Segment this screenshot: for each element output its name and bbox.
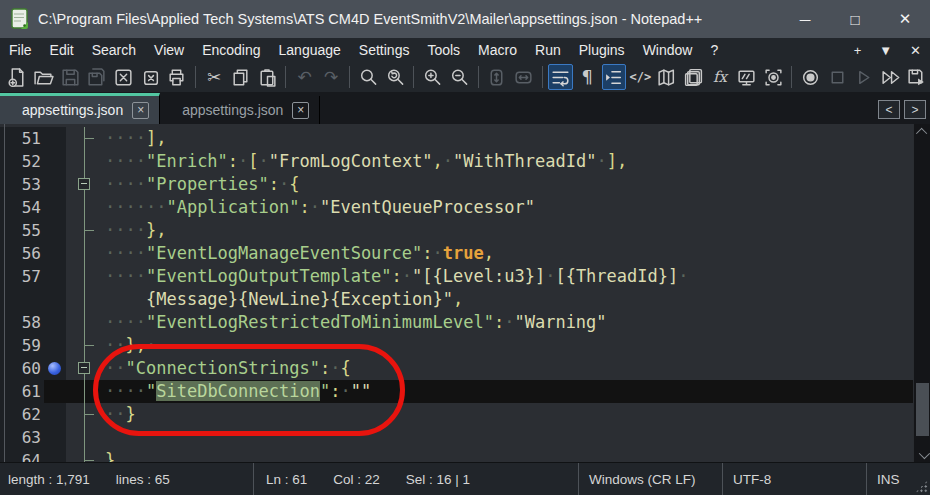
menu-item-file[interactable]: File (0, 40, 41, 60)
view-in-browser-icon[interactable] (761, 64, 786, 90)
cut-icon[interactable]: ✂ (202, 64, 227, 90)
replace-icon[interactable] (383, 64, 408, 90)
editor-line-52[interactable]: 52····"Enrich":·[·"FromLogContext",·"Wit… (0, 150, 913, 173)
fold-margin[interactable] (66, 242, 95, 265)
menu-item-[interactable]: ? (701, 40, 727, 60)
tab-list-dropdown-icon[interactable]: ▼ (870, 43, 901, 58)
editor-line-55[interactable]: 55····}, (0, 219, 913, 242)
menu-item-language[interactable]: Language (270, 40, 350, 60)
close-file-icon[interactable] (111, 64, 136, 90)
code-area[interactable]: 51····],52····"Enrich":·[·"FromLogContex… (0, 124, 913, 462)
minimize-button[interactable]: ─ (780, 0, 830, 38)
editor-line-54[interactable]: 54······"Application":·"EventQueueProces… (0, 196, 913, 219)
bookmark-margin[interactable] (44, 127, 66, 150)
close-all-icon[interactable] (138, 64, 163, 90)
maximize-button[interactable]: □ (830, 0, 880, 38)
close-tab-icon[interactable]: ✕ (901, 43, 930, 58)
new-tab-plus-icon[interactable]: + (845, 43, 871, 58)
save-all-icon[interactable] (85, 64, 110, 90)
bookmark-margin[interactable] (44, 196, 66, 219)
bookmark-margin[interactable] (44, 449, 66, 462)
bookmark-margin[interactable] (44, 150, 66, 173)
fold-margin[interactable] (66, 127, 95, 150)
paste-icon[interactable] (255, 64, 280, 90)
bookmark-margin[interactable] (44, 426, 66, 449)
editor-line-53[interactable]: 53····"Properties":·{ (0, 173, 913, 196)
bookmark-margin[interactable] (44, 173, 66, 196)
undo-icon[interactable]: ↶ (292, 64, 317, 90)
function-list-icon[interactable]: fx (708, 64, 733, 90)
editor-line-wrap[interactable]: ····{Message}{NewLine}{Exception}", (0, 288, 913, 311)
menu-item-encoding[interactable]: Encoding (193, 40, 269, 60)
new-file-icon[interactable] (5, 64, 30, 90)
tab-appsettings-json[interactable]: appsettings.json× (0, 93, 160, 124)
fold-collapse-icon[interactable] (78, 178, 90, 190)
fold-margin[interactable] (66, 265, 95, 288)
open-file-icon[interactable] (32, 64, 57, 90)
copy-icon[interactable] (228, 64, 253, 90)
fold-margin[interactable] (66, 311, 95, 334)
fold-margin[interactable] (66, 357, 95, 380)
bookmark-margin[interactable] (44, 242, 66, 265)
fold-margin[interactable] (66, 173, 95, 196)
scrollbar-thumb[interactable] (916, 383, 929, 436)
fold-margin[interactable] (66, 426, 95, 449)
editor-line-63[interactable]: 63 (0, 426, 913, 449)
word-wrap-icon[interactable] (548, 64, 573, 90)
status-eol-format[interactable]: Windows (CR LF) (589, 472, 696, 487)
bookmark-margin[interactable] (44, 219, 66, 242)
indent-guide-icon[interactable] (602, 64, 627, 90)
zoom-in-icon[interactable] (420, 64, 445, 90)
editor-line-62[interactable]: 62··} (0, 403, 913, 426)
menu-item-view[interactable]: View (145, 40, 193, 60)
menu-item-run[interactable]: Run (526, 40, 570, 60)
bookmark-margin[interactable] (44, 311, 66, 334)
editor-line-60[interactable]: 60··"ConnectionStrings":·{ (0, 357, 913, 380)
stop-macro-icon[interactable] (825, 64, 850, 90)
show-all-characters-icon[interactable]: ¶ (575, 64, 600, 90)
menu-item-edit[interactable]: Edit (41, 40, 83, 60)
fold-margin[interactable] (66, 403, 95, 426)
menu-item-tools[interactable]: Tools (418, 40, 469, 60)
editor-line-64[interactable]: 64} (0, 449, 913, 462)
print-icon[interactable] (164, 64, 189, 90)
zoom-out-icon[interactable] (447, 64, 472, 90)
fold-margin[interactable] (66, 380, 95, 403)
fold-margin[interactable] (66, 288, 95, 311)
editor-line-51[interactable]: 51····], (0, 127, 913, 150)
editor-line-56[interactable]: 56····"EventLogManageEventSource":·true, (0, 242, 913, 265)
editor-pane[interactable]: 51····],52····"Enrich":·[·"FromLogContex… (0, 124, 930, 462)
menu-item-window[interactable]: Window (634, 40, 702, 60)
close-button[interactable]: ✕ (880, 0, 930, 38)
editor-line-57[interactable]: 57····"EventLogOutputTemplate":·"[{Level… (0, 265, 913, 288)
editor-line-58[interactable]: 58····"EventLogRestrictedToMinimumLevel"… (0, 311, 913, 334)
bookmark-margin[interactable] (44, 380, 66, 403)
fold-margin[interactable] (66, 219, 95, 242)
document-map-icon[interactable] (655, 64, 680, 90)
fold-margin[interactable] (66, 334, 95, 357)
status-insert-mode[interactable]: INS (877, 472, 900, 487)
status-encoding[interactable]: UTF-8 (733, 472, 771, 487)
fold-margin[interactable] (66, 449, 95, 462)
run-macro-multiple-icon[interactable] (878, 64, 903, 90)
tab-appsettings-json[interactable]: appsettings.json× (160, 96, 320, 124)
bookmark-margin[interactable] (44, 357, 66, 380)
fold-collapse-icon[interactable] (78, 362, 90, 374)
tab-scroll-right-button[interactable]: > (904, 100, 926, 119)
tab-close-icon[interactable]: × (292, 102, 309, 119)
scroll-up-arrow-icon[interactable] (914, 124, 930, 139)
bookmark-margin[interactable] (44, 265, 66, 288)
document-list-icon[interactable] (681, 64, 706, 90)
sync-vertical-icon[interactable] (484, 64, 509, 90)
menu-item-search[interactable]: Search (83, 40, 145, 60)
save-macro-icon[interactable] (905, 64, 930, 90)
tab-close-icon[interactable]: × (132, 102, 149, 119)
tab-scroll-left-button[interactable]: < (878, 100, 900, 119)
menu-item-macro[interactable]: Macro (469, 40, 526, 60)
vertical-scrollbar[interactable] (913, 124, 930, 462)
fold-margin[interactable] (66, 150, 95, 173)
bookmark-margin[interactable] (44, 403, 66, 426)
menu-item-plugins[interactable]: Plugins (570, 40, 634, 60)
fold-margin[interactable] (66, 196, 95, 219)
scroll-down-arrow-icon[interactable] (914, 447, 930, 462)
